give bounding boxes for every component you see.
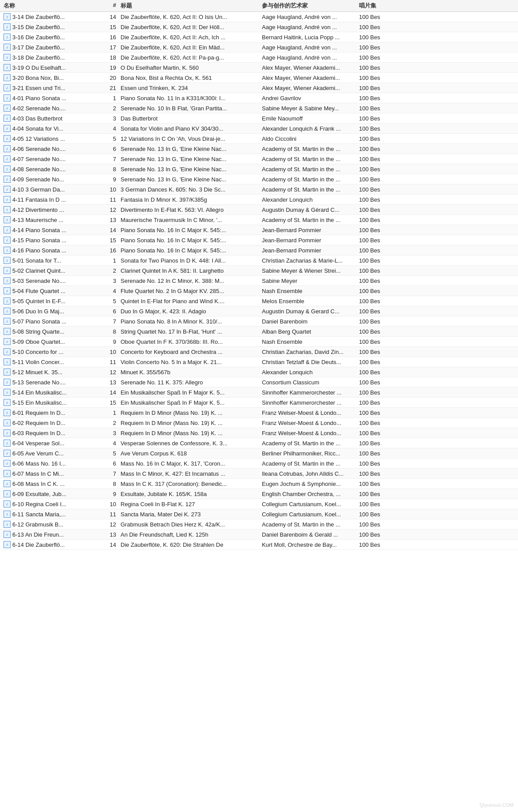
table-row[interactable]: ♪ 4-02 Serenade No.... 2 Serenade No. 10… [0,103,518,113]
table-row[interactable]: ♪ 5-01 Sonata for T... 1 Sonata for Two … [0,256,518,266]
table-row[interactable]: ♪ 5-10 Concerto for ... 10 Concerto for … [0,347,518,357]
table-row[interactable]: ♪ 5-04 Flute Quartet ... 4 Flute Quartet… [0,286,518,296]
table-row[interactable]: ♪ 4-09 Serenade No... 9 Serenade No. 13 … [0,174,518,184]
cell-title: Die Zauberflöte, K. 620, Act II: O Isis … [121,14,262,20]
table-row[interactable]: ♪ 5-15 Ein Musikalisc... 15 Ein Musikali… [0,398,518,408]
table-row[interactable]: ♪ 6-09 Exsultate, Jub... 9 Exsultate, Ju… [0,489,518,499]
table-row[interactable]: ♪ 5-08 String Quarte... 8 String Quartet… [0,327,518,337]
table-row[interactable]: ♪ 3-20 Bona Nox, Bi... 20 Bona Nox, Bist… [0,73,518,83]
table-row[interactable]: ♪ 6-03 Requiem In D... 3 Requiem In D Mi… [0,428,518,438]
table-row[interactable]: ♪ 3-16 Die Zauberflö... 16 Die Zauberflö… [0,32,518,42]
cell-artists: Alexander Lonquich [262,196,359,203]
cell-name: ♪ 4-13 Maurerische ... [4,216,101,223]
table-row[interactable]: ♪ 6-11 Sancta Maria,... 11 Sancta Maria,… [0,509,518,519]
music-file-icon: ♪ [4,155,11,162]
table-row[interactable]: ♪ 5-13 Serenade No.... 13 Serenade No. 1… [0,377,518,387]
table-row[interactable]: ♪ 6-01 Requiem In D... 1 Requiem In D Mi… [0,408,518,418]
table-row[interactable]: ♪ 3-14 Die Zauberflö... 14 Die Zauberflö… [0,12,518,22]
cell-artists: Aage Haugland, André von ... [262,44,359,51]
music-file-icon: ♪ [4,429,11,436]
table-row[interactable]: ♪ 6-05 Ave Verum C... 5 Ave Verum Corpus… [0,448,518,459]
table-row[interactable]: ♪ 3-18 Die Zauberflö... 18 Die Zauberflö… [0,53,518,63]
table-row[interactable]: ♪ 6-07 Mass In C Mi... 7 Mass In C Minor… [0,469,518,479]
cell-artists: Academy of St. Martin in the ... [262,186,359,193]
music-file-icon: ♪ [4,247,11,254]
cell-name: ♪ 6-14 Die Zauberflö... [4,541,101,548]
table-row[interactable]: ♪ 6-10 Regina Coeli I... 10 Regina Coeli… [0,499,518,509]
header-title: 标题 [121,2,262,10]
table-row[interactable]: ♪ 5-11 Violin Concer... 11 Violin Concer… [0,357,518,367]
table-row[interactable]: ♪ 4-12 Divertimento ... 12 Divertimento … [0,205,518,215]
cell-album: 100 Bes [359,491,399,497]
cell-num: 14 [101,541,121,548]
cell-album: 100 Bes [359,481,399,487]
table-row[interactable]: ♪ 4-06 Serenade No.... 6 Serenade No. 13… [0,144,518,154]
cell-title: Fantasia In D Minor K. 397/K385g [121,196,262,203]
cell-name: ♪ 3-17 Die Zauberflö... [4,44,101,51]
cell-num: 10 [101,501,121,508]
table-row[interactable]: ♪ 5-07 Piano Sonata ... 7 Piano Sonata N… [0,316,518,327]
cell-album: 100 Bes [359,267,399,274]
track-name: 5-15 Ein Musikalisc... [12,399,67,406]
cell-title: Serenade No. 10 In B Flat, 'Gran Partita… [121,105,262,112]
cell-num: 12 [101,207,121,213]
table-row[interactable]: ♪ 4-08 Serenade No.... 8 Serenade No. 13… [0,164,518,174]
table-row[interactable]: ♪ 6-13 An Die Freun... 13 An Die Freunds… [0,530,518,540]
table-row[interactable]: ♪ 4-05 12 Variations ... 5 12 Variations… [0,134,518,144]
cell-name: ♪ 5-12 Minuet K. 35... [4,368,101,376]
table-row[interactable]: ♪ 5-05 Quintet In E-F... 5 Quintet In E-… [0,296,518,306]
cell-album: 100 Bes [359,338,399,345]
cell-name: ♪ 6-09 Exsultate, Jub... [4,490,101,497]
cell-album: 100 Bes [359,75,399,81]
table-row[interactable]: ♪ 5-02 Clarinet Quint... 2 Clarinet Quin… [0,266,518,276]
cell-artists: Sabine Meyer & Sabine Mey... [262,105,359,112]
table-row[interactable]: ♪ 5-14 Ein Musikalisc... 14 Ein Musikali… [0,387,518,398]
cell-title: Essen und Trinken, K. 234 [121,85,262,91]
cell-title: String Quartet No. 17 In B-Flat, 'Hunt' … [121,328,262,335]
track-name: 4-05 12 Variations ... [12,135,65,142]
cell-num: 13 [101,531,121,538]
table-row[interactable]: ♪ 5-09 Oboe Quartet... 9 Oboe Quartet In… [0,337,518,347]
table-row[interactable]: ♪ 3-15 Die Zauberflö... 15 Die Zauberflö… [0,22,518,32]
cell-num: 15 [101,399,121,406]
track-name: 3-15 Die Zauberflö... [12,24,65,30]
cell-name: ♪ 4-16 Piano Sonata ... [4,247,101,254]
cell-album: 100 Bes [359,44,399,51]
table-row[interactable]: ♪ 4-13 Maurerische ... 13 Maurerische Tr… [0,215,518,225]
cell-title: Mass In C K. 317 (Coronation): Benedic..… [121,481,262,487]
cell-album: 100 Bes [359,541,399,548]
table-row[interactable]: ♪ 6-12 Grabmusik B... 12 Grabmusik Betra… [0,519,518,530]
track-name: 5-14 Ein Musikalisc... [12,389,67,396]
cell-num: 15 [101,237,121,244]
cell-title: Mass No. 16 In C Major, K. 317, 'Coron..… [121,460,262,467]
cell-artists: English Chamber Orchestra, ... [262,491,359,497]
table-row[interactable]: ♪ 4-03 Das Butterbrot 3 Das Butterbrot E… [0,113,518,124]
table-row[interactable]: ♪ 6-02 Requiem In D... 2 Requiem In D Mi… [0,418,518,428]
table-row[interactable]: ♪ 4-07 Serenade No.... 7 Serenade No. 13… [0,154,518,164]
table-row[interactable]: ♪ 3-19 O Du Eselhaft... 19 O Du Eselhaft… [0,63,518,73]
table-row[interactable]: ♪ 6-08 Mass In C K. ... 8 Mass In C K. 3… [0,479,518,489]
table-row[interactable]: ♪ 5-06 Duo In G Maj... 6 Duo In G Major,… [0,306,518,316]
table-row[interactable]: ♪ 4-10 3 German Da... 10 3 German Dances… [0,184,518,195]
table-row[interactable]: ♪ 5-03 Serenade No.... 3 Serenade No. 12… [0,276,518,286]
track-name: 5-13 Serenade No.... [12,379,66,386]
table-row[interactable]: ♪ 6-14 Die Zauberflö... 14 Die Zauberflö… [0,540,518,550]
cell-title: An Die Freundschaft, Lied K. 125h [121,531,262,538]
cell-title: Die Zauberflöte, K. 620: Die Strahlen De [121,541,262,548]
table-row[interactable]: ♪ 3-17 Die Zauberflö... 17 Die Zauberflö… [0,42,518,53]
table-row[interactable]: ♪ 4-16 Piano Sonata ... 16 Piano Sonata … [0,245,518,256]
cell-name: ♪ 5-04 Flute Quartet ... [4,287,101,294]
table-row[interactable]: ♪ 4-11 Fantasia In D ... 11 Fantasia In … [0,195,518,205]
table-row[interactable]: ♪ 5-12 Minuet K. 35... 12 Minuet K. 355/… [0,367,518,377]
table-row[interactable]: ♪ 3-21 Essen und Tri... 21 Essen und Tri… [0,83,518,93]
table-row[interactable]: ♪ 6-04 Vesperae Sol... 4 Vesperae Solenn… [0,438,518,448]
cell-num: 2 [101,267,121,274]
table-row[interactable]: ♪ 6-06 Mass No. 16 I... 6 Mass No. 16 In… [0,459,518,469]
cell-name: ♪ 5-11 Violin Concer... [4,358,101,365]
table-row[interactable]: ♪ 4-15 Piano Sonata ... 15 Piano Sonata … [0,235,518,245]
table-row[interactable]: ♪ 4-01 Piano Sonata ... 1 Piano Sonata N… [0,93,518,103]
track-name: 6-06 Mass No. 16 I... [12,460,66,467]
table-row[interactable]: ♪ 4-04 Sonata for Vi... 4 Sonata for Vio… [0,124,518,134]
table-row[interactable]: ♪ 4-14 Piano Sonata ... 14 Piano Sonata … [0,225,518,235]
cell-num: 4 [101,288,121,294]
